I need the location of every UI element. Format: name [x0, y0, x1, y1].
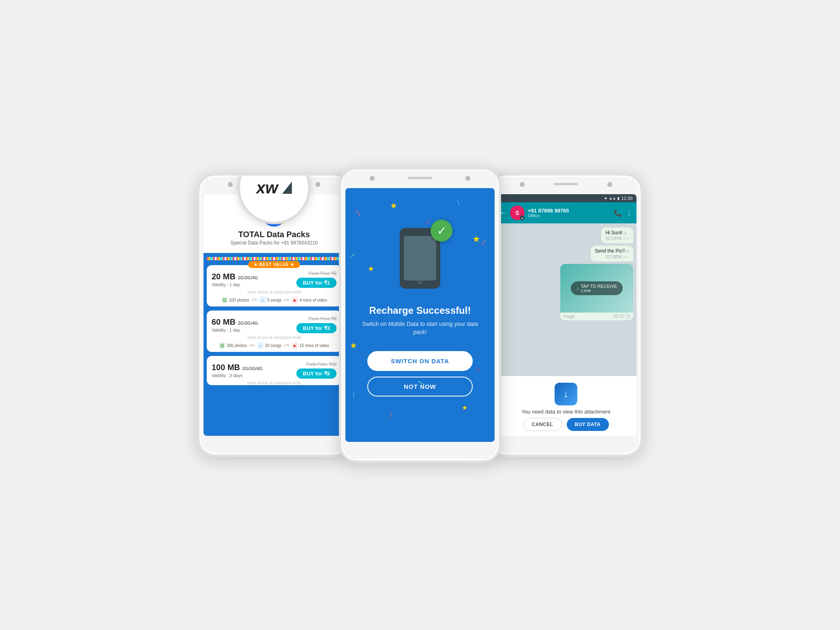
pack2-buy-btn[interactable]: BUY for ₹3	[296, 323, 336, 333]
pack1-songs-label: songs	[271, 298, 282, 302]
battery-icon: ▮	[617, 196, 619, 200]
pack1-original-price: Pack Price ₹2	[309, 271, 336, 276]
pack2-songs-label: songs	[271, 343, 282, 348]
pack-card-3: 100 MB 2G/3G/4G Validity : 3 days Pack P…	[207, 356, 341, 385]
statusbar-time: 12:30	[621, 196, 632, 201]
pack2-original-price: Pack Price ₹5	[309, 316, 336, 321]
pack2-usage: 🖼 300 photos OR ♪ 20 songs OR ▶	[212, 340, 336, 352]
app-logo-zoom: xw	[256, 179, 278, 197]
message-2-meta: 02:10PM ✓✓	[595, 255, 629, 259]
music-icon: ♪	[259, 297, 266, 303]
phone-illustration-dot	[418, 280, 422, 285]
more-icon[interactable]: ⋮	[626, 209, 632, 217]
pack1-buy-btn[interactable]: BUY for ₹1	[296, 278, 336, 288]
message-1: Hi Sunil hi 02:10PM ✓✓	[601, 227, 633, 243]
pack-card-1: ★ BEST VALUE ★ 20 MB 2G/3G/4G Validity :…	[207, 265, 341, 306]
signal-icon	[282, 182, 292, 194]
phone-icon[interactable]: 📞	[614, 209, 622, 217]
pack2-songs: 20	[265, 343, 269, 348]
page-subtitle: Special Data Packs for +91 9876543210	[230, 240, 317, 246]
or-2: OR	[284, 298, 289, 302]
not-now-btn[interactable]: NOT NOW	[367, 377, 473, 396]
photo-icon: 🖼	[221, 297, 228, 303]
or-1: OR	[251, 298, 257, 302]
or-3: OR	[249, 343, 255, 347]
switch-on-data-btn[interactable]: SWITCH ON DATA	[367, 351, 473, 371]
success-subtitle: Switch on Mobile Data to start using you…	[355, 320, 485, 336]
image-time: 09:37 🕐	[614, 314, 630, 319]
phone-data-packs: xw 1k ★ TOTAL Data Packs Special Data Pa…	[197, 173, 351, 457]
pack-card-2: 60 MB 2G/3G/4G Validity : 1 day Pack Pri…	[207, 311, 341, 352]
camera-right-3	[607, 182, 612, 187]
pack1-video: 4 mins	[300, 298, 311, 302]
chat-header-icons: 📞 ⋮	[614, 209, 632, 217]
pack2-photos: 300	[227, 343, 234, 348]
phone-illustration-screen	[404, 236, 436, 281]
image-message: ↓ TAP TO RECEIVE 1.5mb Image 09:37 🕐	[560, 264, 633, 320]
or-4: OR	[284, 343, 289, 347]
buy-data-button[interactable]: BUY DATA	[567, 418, 609, 431]
tap-label: TAP TO RECEIVE	[581, 284, 617, 289]
pack1-photos: 100	[229, 298, 236, 302]
bluetooth-icon: ★	[604, 196, 607, 200]
contact-avatar: S ●	[510, 206, 525, 220]
best-value-badge: ★ BEST VALUE ★	[248, 261, 300, 268]
image-label: Image	[564, 314, 575, 319]
camera-left	[228, 182, 233, 187]
phone-chat: ★ ▲▲ ▮ 12:30 ← S ● +91 87898 98765 Offli…	[489, 173, 643, 457]
packs-area: ★ BEST VALUE ★ 20 MB 2G/3G/4G Validity :…	[204, 253, 345, 436]
success-title: Recharge Successful!	[369, 305, 471, 316]
download-icon-box: ↓	[555, 383, 577, 405]
video-icon-2: ▶	[292, 342, 298, 349]
statusbar: ★ ▲▲ ▮ 12:30	[495, 194, 636, 202]
download-arrow: ↓	[576, 286, 579, 291]
phone1-screen: 1k ★ TOTAL Data Packs Special Data Packs…	[204, 194, 345, 436]
avatar-badge: ●	[520, 215, 525, 220]
pack2-video-label: of video	[315, 343, 329, 348]
pack1-songs: 5	[267, 298, 270, 302]
pack3-mb: 100 MB 2G/3G/4G	[212, 363, 263, 372]
pack3-original-price: Pack Price ₹10	[306, 362, 336, 367]
image-footer: Image 09:37 🕐	[560, 313, 633, 320]
contact-name: +91 87898 98765	[528, 208, 611, 214]
pack2-validity: Validity : 1 day	[212, 328, 258, 332]
camera-left-3	[520, 182, 525, 187]
phone2-screen: | ★ | | ★ | ★ | ★ | | ★ | |	[345, 188, 495, 442]
success-phone-illustration: ✓	[396, 228, 444, 293]
success-checkmark: ✓	[431, 220, 452, 242]
pack1-video-label: of video	[313, 298, 327, 302]
success-content: ✓ Recharge Successful! Switch on Mobile …	[345, 216, 495, 414]
message-2: Send the Pic!! hi 02:10PM ✓✓	[591, 246, 633, 261]
pack3-enough-label: THIS PACK IS ENOUGH FOR	[212, 381, 336, 385]
pack3-buy-btn[interactable]: BUY for ₹5	[296, 369, 336, 379]
data-modal: ↓ You need data to view this attachment …	[495, 376, 636, 436]
pack2-enough-label: THIS PACK IS ENOUGH FOR	[212, 336, 336, 340]
tap-size: 1.5mb	[581, 289, 617, 293]
pack1-usage: 🖼 100 photos OR ♪ 5 songs OR ▶	[212, 294, 336, 306]
pack1-mb: 20 MB 2G/3G/4G	[212, 272, 258, 281]
tap-to-receive[interactable]: ↓ TAP TO RECEIVE 1.5mb	[571, 281, 623, 295]
need-data-text: You need data to view this attachment	[521, 409, 610, 415]
photo-icon-2: 🖼	[219, 342, 225, 349]
page-title: TOTAL Data Packs	[238, 230, 310, 239]
signal-icon: ▲▲	[609, 196, 616, 200]
chat-header: ← S ● +91 87898 98765 Offline 📞 ⋮	[495, 202, 636, 223]
image-placeholder: ↓ TAP TO RECEIVE 1.5mb	[560, 264, 633, 313]
video-icon: ▶	[292, 297, 298, 303]
camera-right-2	[465, 176, 470, 181]
music-icon-2: ♪	[257, 342, 264, 349]
pack1-enough-label: THIS PACK IS ENOUGH FOR	[212, 290, 336, 294]
contact-info: +91 87898 98765 Offline	[528, 208, 611, 218]
contact-status: Offline	[528, 214, 611, 218]
scene: xw 1k ★ TOTAL Data Packs Special Data Pa…	[197, 167, 643, 463]
pack1-photos-label: photos	[237, 298, 249, 302]
message-2-text: Send the Pic!! hi	[595, 248, 629, 254]
pack2-video: 15 mins	[300, 343, 314, 348]
pack3-validity: Validity : 3 days	[212, 373, 263, 378]
download-icon: ↓	[564, 388, 568, 400]
cancel-button[interactable]: CANCEL	[523, 418, 562, 431]
pack2-mb: 60 MB 2G/3G/4G	[212, 317, 258, 327]
camera-right	[315, 182, 320, 187]
pack2-photos-label: photos	[235, 343, 247, 348]
camera-left-2	[370, 176, 375, 181]
